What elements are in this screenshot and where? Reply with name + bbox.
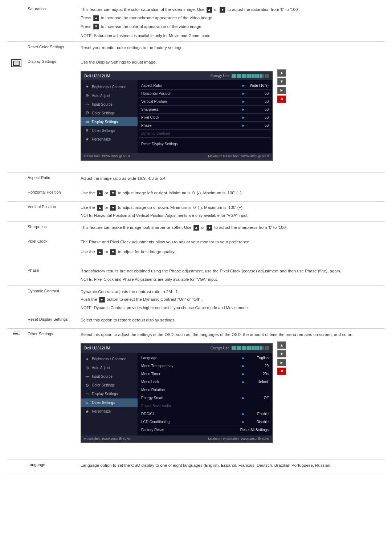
monitor-title-other: Dell U2312HM — [84, 345, 110, 351]
label-phase: Phase — [25, 265, 76, 285]
saturation-press2: Press ▼ to increase the colorful appeara… — [81, 24, 380, 30]
icon-horiz — [7, 187, 25, 201]
osd-sharpness: Sharpness ► 50 — [139, 106, 271, 114]
osd-menu-rotation: Menu Rotation — [139, 386, 271, 394]
icon-reset-display — [7, 314, 25, 328]
arrow-down-horiz: ▼ — [110, 190, 116, 196]
content-dynamic-contrast: Dynamic Contrast adjusts the contrast ra… — [76, 286, 385, 314]
row-language: Language Language option to set the OSD … — [7, 459, 385, 474]
menu-brightness-other: ✦ Brightness / Contrast — [81, 355, 138, 364]
arrow-down-icon: ▼ — [220, 7, 225, 13]
osd-energy-smart: Energy Smart ► Off — [139, 394, 271, 402]
arrow-down-sharp: ▼ — [207, 225, 212, 231]
menu-display-other: ▭ Display Settings — [81, 390, 138, 398]
osd-language: Language ► English — [139, 354, 271, 362]
row-horizontal-position: Horizontal Position Use the ▲ or ▼ to ad… — [7, 187, 385, 202]
label-saturation: Saturation — [25, 4, 76, 41]
display-intro: Use the Display Settings to adjust image… — [81, 59, 380, 65]
menu-content-other: Language ► English Menu Transparency ► 2… — [138, 353, 272, 436]
saturation-note: NOTE: Saturation adjustment is available… — [81, 33, 380, 39]
phase-note: NOTE: Pixel Clock and Phase Adjustments … — [81, 276, 380, 283]
arrow-up-vert: ▲ — [97, 205, 103, 211]
label-reset-display: Reset Display Settings — [25, 314, 76, 328]
content-aspect-ratio: Adjust the image ratio as wide 16:9, 4:3… — [76, 173, 385, 187]
nav-close-btn-other[interactable]: ✕ — [277, 368, 286, 375]
menu-input-other: ⇒ Input Source — [81, 372, 138, 381]
menu-color: ⚙ Color Settings — [81, 109, 138, 117]
menu-sidebar-other: ✦ Brightness / Contrast ⊕ Auto Adjust ⇒ … — [81, 353, 138, 436]
icon-aspect — [7, 173, 25, 187]
content-language: Language option to set the OSD display t… — [76, 459, 385, 474]
row-vertical-position: Vertical Position Use the ▲ or ▼ to adju… — [7, 202, 385, 222]
icon-other-settings-col — [7, 329, 25, 459]
content-display-settings: Use the Display Settings to adjust image… — [76, 56, 385, 172]
nav-down-btn-other[interactable]: ▼ — [277, 350, 286, 357]
menu-input: ⇒ Input Source — [81, 100, 138, 109]
monitor-header-other: Dell U2312HM Energy Use — [81, 344, 272, 353]
saturation-intro: This feature can adjust the color satura… — [81, 7, 380, 13]
icon-language — [7, 459, 25, 474]
osd-lcd-conditioning: LCD Conditioning ► Disable — [139, 418, 271, 426]
menu-personalize: ★ Personalize — [81, 135, 138, 143]
row-pixel-clock: Pixel Clock The Phase and Pixel Clock ad… — [7, 236, 385, 265]
other-menu-icon: ≡ — [84, 127, 90, 133]
nav-up-btn[interactable]: ▲ — [277, 69, 286, 77]
auto-icon: ⊕ — [84, 93, 90, 98]
row-reset-color: Reset Color Settings Reset your monitor … — [7, 42, 385, 56]
other-icon-active: ≡ — [84, 400, 90, 406]
arrow-right-dc: ► — [99, 297, 105, 303]
osd-pixel-clock: Pixel Clock ► 50 — [139, 114, 271, 122]
row-phase: Phase If satisfactory results are not ob… — [7, 265, 385, 286]
menu-content-display: Aspect Ratio ► Wide (16:9) Horizontal Po… — [138, 80, 272, 153]
osd-reset-display: Reset Display Settings — [139, 140, 271, 148]
arrow-up-horiz: ▲ — [97, 190, 103, 196]
menu-other-active: ≡ Other Settings — [81, 398, 138, 407]
content-horizontal-position: Use the ▲ or ▼ to adjust image left or r… — [76, 187, 385, 201]
menu-other: ≡ Other Settings — [81, 126, 138, 135]
osd-factory-reset: Factory Reset Reset All Settings — [139, 426, 271, 434]
page: Saturation This feature can adjust the c… — [0, 0, 392, 478]
star-icon: ★ — [84, 136, 90, 142]
color-icon-other: ⚙ — [84, 382, 90, 388]
nav-right-btn-other[interactable]: ► — [277, 359, 286, 366]
nav-close-btn[interactable]: ✕ — [277, 96, 286, 103]
arrow-down-pixel: ▼ — [110, 249, 116, 255]
menu-brightness: ✦ Brightness / Contrast — [81, 82, 138, 91]
arrow-up-sharp: ▲ — [193, 225, 199, 231]
arrow-up-icon: ▲ — [207, 7, 212, 13]
icon-saturation — [7, 4, 25, 41]
row-other-settings: Other Settings Select this option to adj… — [7, 329, 385, 459]
label-aspect-ratio: Aspect Ratio — [25, 173, 76, 187]
label-vertical-position: Vertical Position — [25, 202, 76, 221]
arrow-up-pixel: ▲ — [97, 249, 103, 255]
label-language: Language — [25, 459, 76, 474]
monitor-header-display: Dell U2312HM Energy Use — [81, 72, 272, 81]
osd-menu-transparency: Menu Transparency ► 20 — [139, 362, 271, 370]
other-osd-wrapper: Dell U2312HM Energy Use — [81, 340, 380, 446]
nav-up-btn-other[interactable]: ▲ — [277, 341, 286, 349]
content-reset-display: Select this option to restore default di… — [76, 314, 385, 328]
other-settings-icon — [13, 332, 20, 335]
auto-icon-other: ⊕ — [84, 365, 90, 371]
menu-sidebar-display: ✦ Brightness / Contrast ⊕ Auto Adjust ⇒ … — [81, 80, 138, 153]
content-vertical-position: Use the ▲ or ▼ to adjust image up or dow… — [76, 202, 385, 221]
energy-segments-display — [232, 74, 269, 78]
star-icon-other: ★ — [84, 409, 90, 414]
energy-bar-display: Energy Use — [211, 73, 269, 78]
icon-sharpness — [7, 222, 25, 236]
row-saturation: Saturation This feature can adjust the c… — [7, 4, 385, 42]
nav-down-btn[interactable]: ▼ — [277, 78, 286, 85]
content-other-settings: Select this option to adjust the setting… — [76, 329, 385, 459]
nav-buttons-other: ▲ ▼ ► ✕ — [276, 340, 287, 446]
row-dynamic-contrast: Dynamic Contrast Dynamic Contrast adjust… — [7, 286, 385, 314]
dynamic-note: NOTE: Dynamic Contrast provides higher c… — [81, 305, 380, 311]
osd-dynamic-contrast: Dynamic Contrast — [139, 130, 271, 138]
display-icon — [11, 59, 21, 67]
nav-right-btn[interactable]: ► — [277, 87, 286, 94]
arrow-down-icon2: ▼ — [93, 24, 99, 29]
row-sharpness: Sharpness This feature can make the imag… — [7, 222, 385, 236]
icon-display — [7, 56, 25, 172]
content-pixel-clock: The Phase and Pixel Clock adjustments al… — [76, 236, 385, 265]
osd-menu-timer: Menu Timer ► 20s — [139, 370, 271, 378]
menu-auto-other: ⊕ Auto Adjust — [81, 364, 138, 372]
